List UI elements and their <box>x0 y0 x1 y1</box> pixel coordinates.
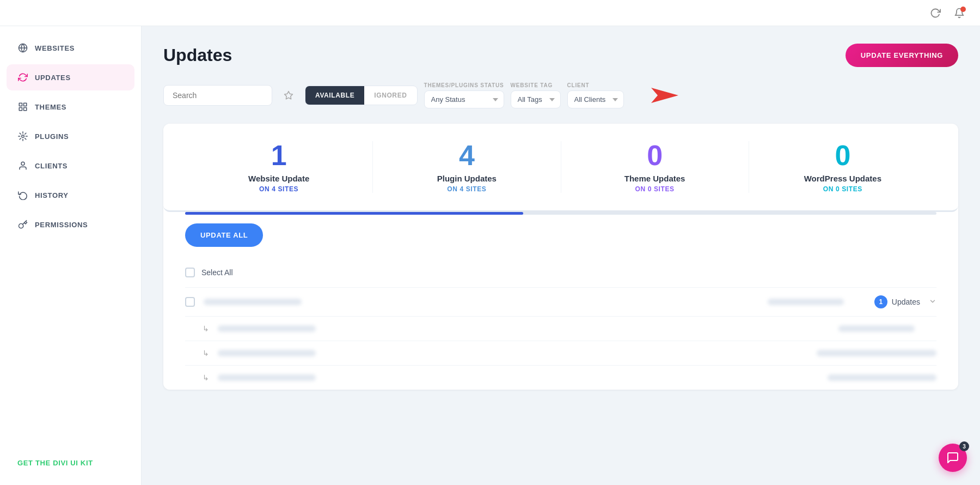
chat-badge-count: 3 <box>959 441 969 451</box>
sub-site-name-blurred <box>218 350 316 356</box>
sidebar-item-label: PLUGINS <box>35 132 69 141</box>
chat-button[interactable]: 3 <box>939 444 967 472</box>
sidebar-item-clients[interactable]: CLIENTS <box>7 153 134 179</box>
client-select[interactable]: All Clients <box>567 90 624 108</box>
stats-section: 1 Website Update ON 4 SITES 4 Plugin Upd… <box>163 124 958 215</box>
updates-icon <box>17 72 28 83</box>
themes-plugins-status-select[interactable]: Any Status <box>424 90 504 108</box>
bell-icon[interactable] <box>952 5 967 21</box>
sidebar-item-label: PERMISSIONS <box>35 221 88 229</box>
search-input[interactable] <box>163 85 272 106</box>
sidebar-item-themes[interactable]: THEMES <box>7 94 134 120</box>
main-layout: WEBSITES UPDATES THEMES <box>0 26 980 485</box>
filters-row: AVAILABLE IGNORED THEMES/PLUGINS STATUS … <box>163 82 958 108</box>
red-arrow-right <box>635 86 678 105</box>
sidebar-item-label: THEMES <box>35 103 66 111</box>
row-checkbox[interactable] <box>185 297 195 307</box>
available-toggle[interactable]: AVAILABLE <box>305 86 364 105</box>
website-tag-select[interactable]: All Tags <box>511 90 561 108</box>
content-area: Updates UPDATE EVERYTHING AVAILABLE IGNO… <box>142 26 980 485</box>
stat-wordpress-updates: 0 WordPress Updates ON 0 SITES <box>749 141 936 193</box>
stat-plugin-updates: 4 Plugin Updates ON 4 SITES <box>373 141 561 193</box>
table-row: 1 Updates <box>185 288 936 317</box>
sidebar-footer: GET THE DIVI UI KIT <box>7 449 134 476</box>
ignored-toggle[interactable]: IGNORED <box>364 86 416 105</box>
sidebar-item-updates[interactable]: UPDATES <box>7 64 134 90</box>
svg-rect-2 <box>19 103 22 106</box>
table-row: ↳ <box>185 341 936 366</box>
client-filter: CLIENT All Clients <box>567 82 624 108</box>
svg-point-6 <box>22 135 24 138</box>
updates-badge-count: 1 <box>874 295 887 308</box>
site-name-blurred <box>204 299 302 305</box>
site-url-blurred <box>768 299 844 305</box>
stats-and-actions-panel: 1 Website Update ON 4 SITES 4 Plugin Upd… <box>163 124 958 390</box>
sub-row-arrow-icon: ↳ <box>203 349 209 357</box>
themes-plugins-status-label: THEMES/PLUGINS STATUS <box>424 82 504 88</box>
updates-badge[interactable]: 1 Updates <box>874 295 936 308</box>
website-tag-filter: WEBSITE TAG All Tags <box>511 82 561 108</box>
availability-toggle: AVAILABLE IGNORED <box>305 86 418 105</box>
sub-site-name-blurred <box>218 325 316 332</box>
table-row: ↳ <box>185 366 936 390</box>
notification-badge <box>960 7 966 12</box>
sub-site-name-blurred <box>218 374 316 381</box>
sidebar-item-label: UPDATES <box>35 74 71 82</box>
select-all-row: Select All <box>185 258 936 288</box>
svg-rect-3 <box>24 103 27 106</box>
svg-rect-4 <box>24 108 27 111</box>
select-all-label: Select All <box>201 268 233 277</box>
stat-website-updates: 1 Website Update ON 4 SITES <box>185 141 373 193</box>
svg-rect-5 <box>19 108 22 111</box>
update-everything-button[interactable]: UPDATE EVERYTHING <box>846 44 958 67</box>
themes-icon <box>17 101 28 112</box>
theme-update-count: 0 <box>572 141 738 169</box>
svg-marker-9 <box>651 88 678 103</box>
get-divi-kit-link[interactable]: GET THE DIVI UI KIT <box>17 459 93 467</box>
website-update-count: 1 <box>196 141 362 169</box>
progress-bar-fill <box>185 212 523 215</box>
svg-point-7 <box>21 162 24 165</box>
svg-marker-8 <box>285 92 293 99</box>
sidebar-item-label: WEBSITES <box>35 44 75 52</box>
theme-update-label: Theme Updates <box>572 174 738 183</box>
page-header: Updates UPDATE EVERYTHING <box>163 44 958 67</box>
chevron-down-icon[interactable] <box>929 298 936 307</box>
sub-site-url-blurred <box>838 325 915 332</box>
stats-row: 1 Website Update ON 4 SITES 4 Plugin Upd… <box>163 124 958 212</box>
history-icon <box>17 190 28 201</box>
website-update-label: Website Update <box>196 174 362 183</box>
progress-bar-track <box>185 212 936 215</box>
table-area: Select All 1 Updates <box>163 258 958 390</box>
sub-row-arrow-icon: ↳ <box>203 324 209 333</box>
sidebar-item-websites[interactable]: WEBSITES <box>7 35 134 61</box>
sub-site-url-blurred <box>828 374 936 381</box>
sub-row-arrow-icon: ↳ <box>203 373 209 382</box>
clients-icon <box>17 160 28 171</box>
permissions-icon <box>17 219 28 230</box>
sidebar-item-plugins[interactable]: PLUGINS <box>7 123 134 149</box>
themes-plugins-status-filter: THEMES/PLUGINS STATUS Any Status <box>424 82 504 108</box>
topbar <box>0 0 980 26</box>
plugin-update-label: Plugin Updates <box>384 174 549 183</box>
table-row: ↳ <box>185 317 936 341</box>
refresh-icon[interactable] <box>928 5 943 21</box>
sidebar: WEBSITES UPDATES THEMES <box>0 26 142 485</box>
select-all-checkbox[interactable] <box>185 268 195 277</box>
website-tag-label: WEBSITE TAG <box>511 82 561 88</box>
wordpress-update-count: 0 <box>760 141 926 169</box>
wordpress-update-sub: ON 0 SITES <box>760 185 926 193</box>
page-title: Updates <box>163 45 232 65</box>
plugin-update-sub: ON 4 SITES <box>384 185 549 193</box>
sub-site-url-blurred <box>817 350 936 356</box>
sidebar-item-permissions[interactable]: PERMISSIONS <box>7 211 134 238</box>
sidebar-item-history[interactable]: HISTORY <box>7 182 134 208</box>
star-filter-button[interactable] <box>279 86 298 105</box>
website-update-sub: ON 4 SITES <box>196 185 362 193</box>
updates-badge-label: Updates <box>892 298 920 306</box>
action-area: UPDATE ALL <box>163 215 958 258</box>
plugins-icon <box>17 131 28 142</box>
wordpress-update-label: WordPress Updates <box>760 174 926 183</box>
update-all-button[interactable]: UPDATE ALL <box>185 223 263 247</box>
stat-theme-updates: 0 Theme Updates ON 0 SITES <box>561 141 749 193</box>
